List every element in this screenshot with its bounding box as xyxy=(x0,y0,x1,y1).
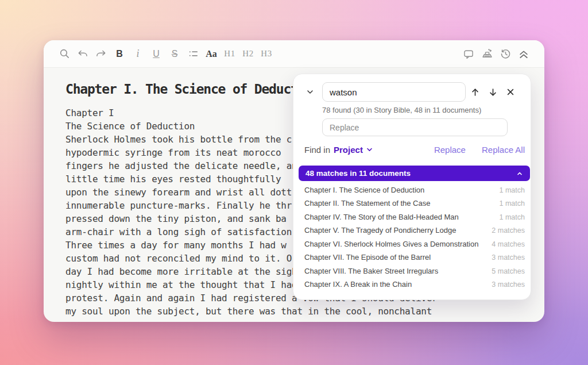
heading3-button[interactable]: H3 xyxy=(260,45,273,63)
result-row[interactable]: Chapter VII. The Episode of the Barrel 3… xyxy=(303,251,526,265)
result-title: Chapter IV. The Story of the Bald-Headed… xyxy=(304,213,459,222)
history-icon[interactable] xyxy=(498,45,512,63)
heading1-button[interactable]: H1 xyxy=(223,45,237,63)
result-row[interactable]: Chapter VI. Sherlock Holmes Gives a Demo… xyxy=(303,237,526,251)
panel-collapse-chevron-icon[interactable] xyxy=(303,84,318,99)
next-match-icon[interactable] xyxy=(484,83,501,101)
scope-dropdown[interactable]: Project xyxy=(334,145,373,155)
result-title: Chapter V. The Tragedy of Pondicherry Lo… xyxy=(304,226,457,235)
scope-row: Find in Project Replace Replace All xyxy=(304,145,525,155)
result-count: 1 match xyxy=(500,186,525,195)
previous-match-icon[interactable] xyxy=(466,83,483,101)
results-summary: 78 found (30 in Story Bible, 48 in 11 do… xyxy=(322,106,526,114)
result-title: Chapter VII. The Episode of the Barrel xyxy=(304,253,431,262)
result-row[interactable]: Chapter IV. The Story of the Bald-Headed… xyxy=(303,210,526,224)
result-count: 3 matches xyxy=(492,253,525,262)
italic-button[interactable]: i xyxy=(131,45,145,63)
results-list: Chapter I. The Science of Deduction 1 ma… xyxy=(303,183,526,291)
result-count: 1 match xyxy=(500,199,525,208)
result-count: 5 matches xyxy=(492,267,525,276)
replace-button[interactable]: Replace xyxy=(434,145,466,155)
result-row[interactable]: Chapter I. The Science of Deduction 1 ma… xyxy=(303,183,526,197)
find-input[interactable] xyxy=(322,82,466,102)
find-row xyxy=(303,82,526,102)
chevron-up-icon xyxy=(516,170,523,177)
underline-button[interactable]: U xyxy=(149,45,163,63)
typewriter-sparkle-icon[interactable] xyxy=(480,45,494,63)
comment-icon[interactable] xyxy=(462,45,475,63)
toolbar: B i U S Aa H1 H2 H3 xyxy=(44,40,544,68)
collapse-toolbar-icon[interactable] xyxy=(517,45,531,63)
undo-icon[interactable] xyxy=(76,45,90,63)
result-row[interactable]: Chapter IX. A Break in the Chain 3 match… xyxy=(303,278,526,292)
find-in-label: Find in xyxy=(304,145,330,155)
result-row[interactable]: Chapter VIII. The Baker Street Irregular… xyxy=(303,264,526,278)
matches-group-label: 48 matches in 11 documents xyxy=(305,169,411,178)
find-in-group: Find in Project xyxy=(304,145,373,155)
document-line: my soul upon the subject, but there was … xyxy=(65,305,544,318)
result-title: Chapter VI. Sherlock Holmes Gives a Demo… xyxy=(304,240,478,249)
close-icon[interactable] xyxy=(502,83,519,101)
replace-all-button[interactable]: Replace All xyxy=(482,145,525,155)
replace-input[interactable] xyxy=(322,118,508,136)
toolbar-right-group xyxy=(459,45,533,63)
result-row[interactable]: Chapter V. The Tragedy of Pondicherry Lo… xyxy=(303,224,526,238)
toolbar-left-group: B i U S Aa H1 H2 H3 xyxy=(55,45,276,63)
result-title: Chapter IX. A Break in the Chain xyxy=(304,281,412,289)
heading2-button[interactable]: H2 xyxy=(241,45,255,63)
typeface-button[interactable]: Aa xyxy=(204,45,218,63)
redo-icon[interactable] xyxy=(94,45,108,63)
result-row[interactable]: Chapter II. The Statement of the Case 1 … xyxy=(303,197,526,211)
result-count: 2 matches xyxy=(492,226,525,235)
result-count: 3 matches xyxy=(492,281,525,289)
chevron-down-icon xyxy=(366,146,373,153)
matches-group-header[interactable]: 48 matches in 11 documents xyxy=(299,166,530,181)
result-count: 1 match xyxy=(500,213,525,222)
find-replace-panel: 78 found (30 in Story Bible, 48 in 11 do… xyxy=(293,74,531,300)
result-count: 4 matches xyxy=(492,240,525,249)
strikethrough-button[interactable]: S xyxy=(168,45,181,63)
bold-button[interactable]: B xyxy=(113,45,126,63)
replace-actions: Replace Replace All xyxy=(434,145,525,155)
search-icon[interactable] xyxy=(57,45,71,63)
list-icon[interactable] xyxy=(186,45,200,63)
result-title: Chapter II. The Statement of the Case xyxy=(304,199,430,208)
result-title: Chapter VIII. The Baker Street Irregular… xyxy=(304,267,438,276)
scope-value: Project xyxy=(334,145,363,155)
result-title: Chapter I. The Science of Deduction xyxy=(304,186,424,195)
